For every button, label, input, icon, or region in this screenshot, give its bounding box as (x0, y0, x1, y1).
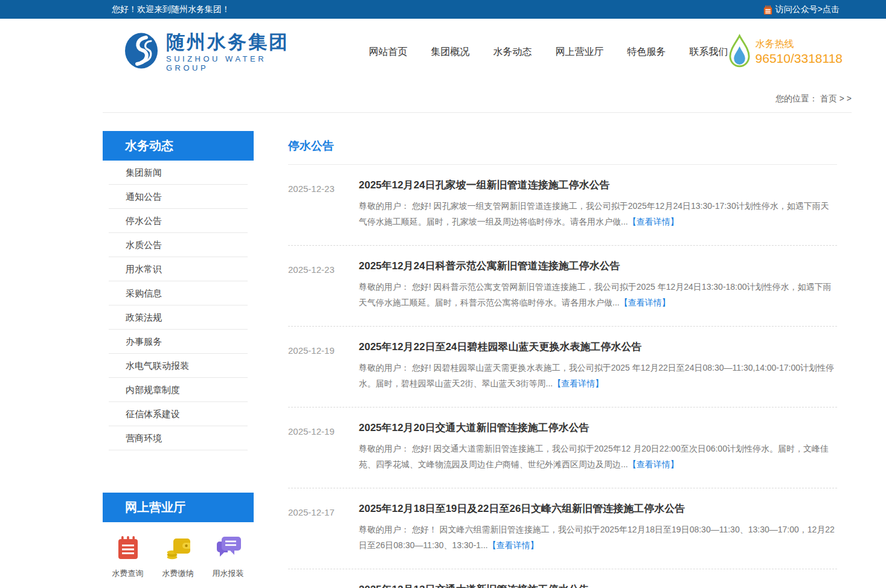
header: 随州水务集团 SUIZHOU WATER GROUP 网站首页 集团概况 水务动… (0, 19, 886, 85)
notice-summary: 尊敬的用户： 您好! 因科普示范公寓支管网新旧管道连接施工，我公司拟于2025 … (359, 279, 837, 310)
public-account-label: 访问公众号>点击 (775, 4, 839, 15)
topbar: 您好！欢迎来到随州水务集团！ 访问公众号>点击 (0, 0, 886, 19)
public-account-link[interactable]: 访问公众号>点击 (763, 4, 839, 15)
sidebar-item-policies[interactable]: 政策法规 (109, 305, 248, 330)
page: 您好！欢迎来到随州水务集团！ 访问公众号>点击 随州水务集团 SUIZHOU W… (0, 0, 886, 588)
nav-water-news[interactable]: 水务动态 (493, 46, 532, 59)
sidebar-item-internal-rules[interactable]: 内部规章制度 (109, 378, 248, 402)
sidebar-item-joint-installation[interactable]: 水电气联动报装 (109, 354, 248, 378)
hall-grid: 水费查询 水费缴纳 用水报装 (103, 534, 254, 579)
view-details-link[interactable]: 【查看详情】 (620, 298, 670, 307)
notice-summary: 尊敬的用户： 您好! 因交通大道需新旧管连接施工，我公司拟于2025年12 月2… (359, 441, 837, 472)
notice-title[interactable]: 2025年12月22日至24日碧桂园翠山蓝天更换水表施工停水公告 (359, 340, 837, 354)
sidebar-menu: 集团新闻 通知公告 停水公告 水质公告 用水常识 采购信息 政策法规 办事服务 … (103, 161, 254, 450)
nav-home[interactable]: 网站首页 (369, 46, 408, 59)
sidebar-item-notices[interactable]: 通知公告 (109, 185, 248, 209)
page-title: 停水公告 (288, 131, 837, 165)
welcome-text: 您好！欢迎来到随州水务集团！ (112, 4, 230, 15)
breadcrumb-text: 您的位置： 首页 > > (775, 94, 852, 103)
notice-title[interactable]: 2025年12月20日交通大道新旧管连接施工停水公告 (359, 421, 837, 435)
sidebar-hall-header: 网上营业厅 (103, 493, 254, 522)
hotline-number: 96510/3318118 (756, 51, 843, 66)
notice-item: 2025-12-13 2025年12月13日交通大道新旧管连接施工停水公告 尊敬… (288, 569, 837, 588)
notice-summary: 尊敬的用户： 您好！ 因文峰六组需新旧管连接施工，我公司拟于2025年12月18… (359, 522, 837, 553)
notice-item: 2025-12-23 2025年12月24日孔家坡一组新旧管道连接施工停水公告 … (288, 165, 837, 246)
view-details-link[interactable]: 【查看详情】 (553, 379, 603, 388)
logo-title: 随州水务集团 (166, 32, 297, 53)
notice-summary: 尊敬的用户： 您好! 因孔家坡一组支管网新旧管道连接施工，我公司拟于2025年1… (359, 198, 837, 229)
breadcrumb: 您的位置： 首页 > > (103, 85, 852, 113)
content: 水务动态 集团新闻 通知公告 停水公告 水质公告 用水常识 采购信息 政策法规 … (103, 131, 852, 588)
hall-item-bill-query[interactable]: 水费查询 (103, 534, 153, 579)
hall-item-label: 水费查询 (112, 568, 144, 579)
logo-icon (124, 32, 159, 72)
sidebar-item-water-quality[interactable]: 水质公告 (109, 233, 248, 257)
hall-item-label: 用水报装 (213, 568, 244, 579)
chat-icon (214, 534, 242, 563)
view-details-link[interactable]: 【查看详情】 (488, 540, 539, 550)
hall-item-bill-payment[interactable]: 水费缴纳 (153, 534, 203, 579)
view-details-link[interactable]: 【查看详情】 (628, 217, 679, 226)
sidebar-item-water-outage[interactable]: 停水公告 (109, 209, 248, 233)
notice-summary: 尊敬的用户： 您好! 因碧桂园翠山蓝天需更换水表施工，我公司拟于2025 年12… (359, 360, 837, 391)
notice-title[interactable]: 2025年12月24日孔家坡一组新旧管道连接施工停水公告 (359, 178, 837, 193)
sidebar-item-credit-system[interactable]: 征信体系建设 (109, 402, 248, 426)
sidebar-news-header: 水务动态 (103, 131, 254, 161)
notice-item: 2025-12-19 2025年12月22日至24日碧桂园翠山蓝天更换水表施工停… (288, 327, 837, 407)
water-drop-icon (728, 34, 751, 71)
notice-date: 2025-12-19 (288, 345, 359, 391)
logo-text: 随州水务集团 SUIZHOU WATER GROUP (166, 32, 297, 72)
sidebar-item-group-news[interactable]: 集团新闻 (109, 161, 248, 185)
calendar-icon (763, 5, 773, 15)
wallet-icon (164, 534, 192, 563)
notice-body-text: 尊敬的用户： 您好! 因科普示范公寓支管网新旧管道连接施工，我公司拟于2025 … (359, 282, 832, 307)
nav-contact-us[interactable]: 联系我们 (690, 46, 728, 59)
notice-title[interactable]: 2025年12月18日至19日及22日至26日文峰六组新旧管连接施工停水公告 (359, 502, 837, 516)
notice-title[interactable]: 2025年12月13日交通大道新旧管连接施工停水公告 (359, 583, 837, 588)
sidebar-item-procurement[interactable]: 采购信息 (109, 281, 248, 305)
notice-date: 2025-12-23 (288, 184, 359, 229)
nav-online-hall[interactable]: 网上营业厅 (556, 46, 604, 59)
notice-date: 2025-12-17 (288, 507, 359, 553)
notice-body-text: 尊敬的用户： 您好! 因孔家坡一组支管网新旧管道连接施工，我公司拟于2025年1… (359, 201, 829, 226)
sidebar-item-services[interactable]: 办事服务 (109, 330, 248, 354)
nav-group-overview[interactable]: 集团概况 (431, 46, 470, 59)
logo-subtitle: SUIZHOU WATER GROUP (166, 54, 297, 72)
notice-item: 2025-12-23 2025年12月24日科普示范公寓新旧管道连接施工停水公告… (288, 246, 837, 327)
notice-date: 2025-12-23 (288, 264, 359, 310)
notice-body-text: 尊敬的用户： 您好! 因交通大道需新旧管连接施工，我公司拟于2025年12 月2… (359, 444, 829, 469)
hotline: 水务热线 96510/3318118 (728, 34, 843, 71)
notice-body-text: 尊敬的用户： 您好！ 因文峰六组需新旧管连接施工，我公司拟于2025年12月18… (359, 525, 835, 550)
sidebar: 水务动态 集团新闻 通知公告 停水公告 水质公告 用水常识 采购信息 政策法规 … (103, 131, 254, 588)
hall-item-installation[interactable]: 用水报装 (203, 534, 253, 579)
notice-list-panel: 停水公告 2025-12-23 2025年12月24日孔家坡一组新旧管道连接施工… (288, 131, 852, 588)
sidebar-item-water-knowledge[interactable]: 用水常识 (109, 257, 248, 281)
notice-item: 2025-12-17 2025年12月18日至19日及22日至26日文峰六组新旧… (288, 488, 837, 569)
notice-date: 2025-12-19 (288, 426, 359, 472)
view-details-link[interactable]: 【查看详情】 (628, 459, 679, 469)
hall-item-label: 水费缴纳 (162, 568, 194, 579)
nav-featured-services[interactable]: 特色服务 (628, 46, 666, 59)
notice-title[interactable]: 2025年12月24日科普示范公寓新旧管道连接施工停水公告 (359, 259, 837, 273)
hotline-label: 水务热线 (756, 37, 843, 51)
sidebar-item-business-environment[interactable]: 营商环境 (109, 426, 248, 450)
logo[interactable]: 随州水务集团 SUIZHOU WATER GROUP (124, 32, 297, 72)
main-nav: 网站首页 集团概况 水务动态 网上营业厅 特色服务 联系我们 (369, 46, 728, 59)
bill-icon (115, 534, 141, 563)
notice-item: 2025-12-19 2025年12月20日交通大道新旧管连接施工停水公告 尊敬… (288, 407, 837, 488)
